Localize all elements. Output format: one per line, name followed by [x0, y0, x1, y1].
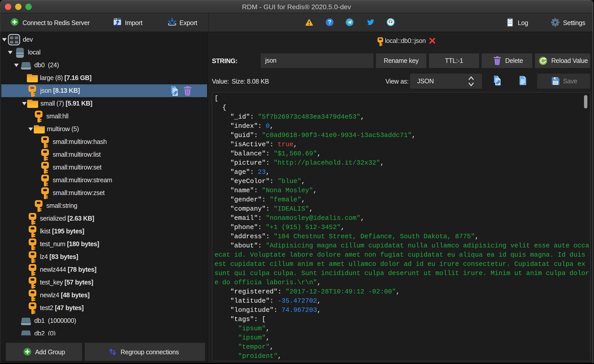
- svg-text:?: ?: [328, 19, 331, 26]
